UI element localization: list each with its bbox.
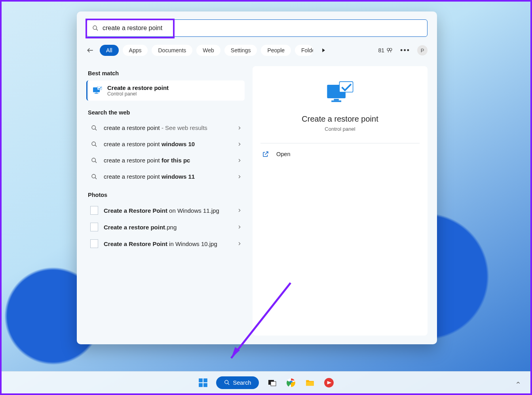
svg-rect-34 xyxy=(306,382,314,385)
svg-rect-8 xyxy=(95,93,99,94)
filter-pills: All Apps Documents Web Settings People F… xyxy=(100,45,313,56)
photo-result[interactable]: Create a Restore Point in Windows 10.jpg xyxy=(86,235,245,252)
svg-line-17 xyxy=(95,177,97,179)
user-avatar[interactable]: P xyxy=(417,45,428,55)
search-input[interactable] xyxy=(103,25,422,32)
filter-pill-folders[interactable]: Folders xyxy=(295,45,313,56)
results-body: Best match Create a restore point Contro… xyxy=(86,66,428,336)
chevron-right-icon xyxy=(237,224,242,230)
taskbar-app-chrome[interactable] xyxy=(285,377,297,389)
search-icon xyxy=(224,380,230,385)
web-result[interactable]: create a restore point windows 11 xyxy=(86,168,245,185)
svg-point-16 xyxy=(92,174,95,178)
photo-result[interactable]: Create a restore point.png xyxy=(86,219,245,235)
chevron-right-icon xyxy=(237,241,242,246)
back-arrow-icon[interactable] xyxy=(86,46,94,54)
svg-rect-24 xyxy=(199,378,203,382)
photo-result-text: Create a Restore Point on Windows 11.jpg xyxy=(104,206,231,215)
filter-row: All Apps Documents Web Settings People F… xyxy=(86,45,428,56)
svg-rect-21 xyxy=(339,82,353,92)
filter-pill-settings[interactable]: Settings xyxy=(224,45,257,56)
preview-pane: Create a restore point Control panel Ope… xyxy=(253,66,428,336)
best-match-title: Create a restore point xyxy=(107,84,169,91)
web-result-text: create a restore point windows 10 xyxy=(104,140,231,148)
svg-line-11 xyxy=(95,129,97,130)
chevron-right-icon xyxy=(237,174,242,179)
svg-point-14 xyxy=(92,158,95,162)
photo-result-text: Create a restore point.png xyxy=(104,223,231,231)
preview-divider xyxy=(260,143,420,143)
best-match-subtitle: Control panel xyxy=(107,91,169,97)
web-result-text: create a restore point windows 11 xyxy=(104,172,231,181)
preview-title: Create a restore point xyxy=(260,114,420,124)
search-icon xyxy=(90,141,98,147)
task-view-button[interactable] xyxy=(266,377,278,389)
open-action[interactable]: Open xyxy=(260,146,420,162)
svg-line-29 xyxy=(228,384,229,385)
web-result-text: create a restore point - See web results xyxy=(104,124,231,132)
photo-thumb-icon xyxy=(90,239,98,248)
control-panel-icon xyxy=(92,86,103,95)
search-box[interactable] xyxy=(86,19,428,37)
best-match-text: Create a restore point Control panel xyxy=(107,84,169,97)
svg-rect-26 xyxy=(199,383,203,387)
svg-marker-23 xyxy=(231,347,240,358)
photo-result[interactable]: Create a Restore Point on Windows 11.jpg xyxy=(86,202,245,219)
svg-point-12 xyxy=(92,142,95,145)
scroll-more-icon[interactable] xyxy=(320,47,327,53)
search-icon xyxy=(90,157,98,164)
filter-pill-apps[interactable]: Apps xyxy=(123,45,148,56)
filter-pill-documents[interactable]: Documents xyxy=(152,45,192,56)
taskbar-app-generic[interactable] xyxy=(323,377,335,389)
filter-pill-people[interactable]: People xyxy=(261,45,291,56)
svg-line-1 xyxy=(96,29,98,31)
svg-point-0 xyxy=(93,26,97,29)
svg-marker-3 xyxy=(322,48,325,52)
svg-point-10 xyxy=(92,126,95,129)
svg-rect-31 xyxy=(271,382,276,386)
taskbar-app-explorer[interactable] xyxy=(304,377,316,389)
open-label: Open xyxy=(276,151,290,157)
rewards-counter[interactable]: 81 xyxy=(378,47,393,54)
web-result[interactable]: create a restore point for this pc xyxy=(86,152,245,168)
svg-point-5 xyxy=(390,48,392,51)
chevron-right-icon xyxy=(237,158,242,163)
search-icon xyxy=(90,125,98,131)
svg-rect-7 xyxy=(95,92,97,93)
windows-search-panel: All Apps Documents Web Settings People F… xyxy=(77,11,437,344)
taskbar-search-button[interactable]: Search xyxy=(216,376,259,389)
svg-rect-25 xyxy=(203,378,207,382)
search-icon xyxy=(90,174,98,180)
open-external-icon xyxy=(262,151,269,158)
chevron-up-icon[interactable] xyxy=(515,380,521,385)
svg-rect-27 xyxy=(203,383,207,387)
chevron-right-icon xyxy=(237,208,242,213)
header-right-icons: 81 ••• P xyxy=(378,45,428,55)
web-result[interactable]: create a restore point windows 10 xyxy=(86,136,245,152)
search-icon xyxy=(92,25,99,31)
chevron-right-icon xyxy=(237,125,242,131)
more-options-icon[interactable]: ••• xyxy=(400,46,410,55)
results-left-column: Best match Create a restore point Contro… xyxy=(86,66,245,336)
svg-point-28 xyxy=(224,380,228,384)
svg-point-4 xyxy=(387,48,390,51)
preview-subtitle: Control panel xyxy=(260,126,420,132)
start-button[interactable] xyxy=(197,377,209,389)
taskbar: Search xyxy=(2,371,530,393)
rewards-points: 81 xyxy=(378,47,385,53)
photo-thumb-icon xyxy=(90,223,98,231)
best-match-result[interactable]: Create a restore point Control panel xyxy=(86,80,245,101)
filter-pill-web[interactable]: Web xyxy=(196,45,220,56)
filter-pill-all[interactable]: All xyxy=(100,45,119,56)
search-box-row xyxy=(86,19,428,37)
web-result-text: create a restore point for this pc xyxy=(104,156,231,164)
web-result[interactable]: create a restore point - See web results xyxy=(86,120,245,136)
preview-icon xyxy=(324,80,356,108)
section-header-search-web: Search the web xyxy=(88,109,245,116)
photo-result-text: Create a Restore Point in Windows 10.jpg xyxy=(104,240,231,248)
rewards-icon xyxy=(386,47,393,54)
taskbar-search-label: Search xyxy=(233,380,251,386)
chevron-right-icon xyxy=(237,141,242,147)
svg-rect-9 xyxy=(97,86,102,90)
photo-thumb-icon xyxy=(90,206,98,215)
